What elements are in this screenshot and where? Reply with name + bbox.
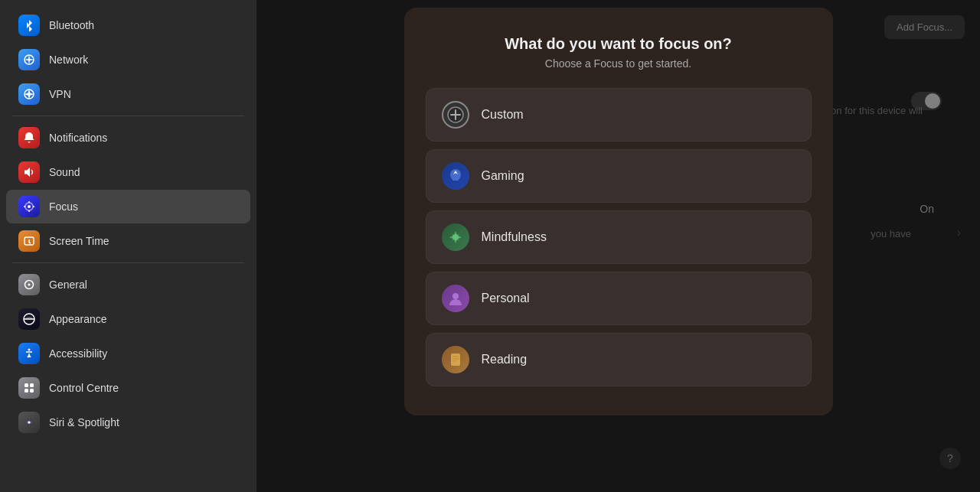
svg-rect-11 (30, 389, 34, 393)
sidebar-item-siri[interactable]: Siri & Spotlight (6, 406, 250, 439)
personal-icon (442, 285, 469, 312)
sidebar: Bluetooth Network VPN (0, 0, 256, 492)
controlcentre-icon (18, 377, 40, 399)
sidebar-label-notifications: Notifications (49, 132, 107, 144)
sidebar-item-controlcentre[interactable]: Control Centre (6, 371, 250, 405)
sidebar-label-accessibility: Accessibility (49, 347, 107, 360)
reading-icon (442, 346, 469, 373)
custom-label: Custom (482, 108, 524, 122)
svg-rect-9 (30, 383, 34, 387)
sidebar-label-controlcentre: Control Centre (49, 382, 119, 394)
gaming-icon (442, 162, 469, 190)
modal-title: What do you want to focus on? (426, 35, 812, 53)
general-icon (18, 274, 40, 295)
sidebar-item-vpn[interactable]: VPN (6, 77, 250, 111)
sidebar-item-focus[interactable]: Focus (6, 190, 250, 223)
sidebar-label-siri: Siri & Spotlight (49, 416, 119, 428)
focus-icon (18, 196, 40, 217)
sidebar-label-general: General (49, 279, 87, 291)
svg-rect-8 (24, 383, 28, 387)
accessibility-icon (18, 343, 40, 364)
appearance-icon (18, 308, 40, 330)
focus-option-custom[interactable]: Custom (426, 88, 812, 142)
svg-rect-21 (452, 360, 456, 362)
bluetooth-icon (18, 15, 40, 36)
focus-option-reading[interactable]: Reading (426, 333, 812, 386)
sidebar-label-bluetooth: Bluetooth (49, 19, 94, 31)
sidebar-item-sound[interactable]: Sound (6, 155, 250, 189)
svg-point-17 (452, 293, 459, 299)
svg-rect-20 (452, 358, 459, 360)
sidebar-divider-2 (12, 262, 244, 263)
sidebar-item-appearance[interactable]: Appearance (6, 302, 250, 336)
focus-option-personal[interactable]: Personal (426, 272, 812, 325)
gaming-label: Gaming (482, 169, 524, 183)
svg-point-7 (28, 349, 31, 351)
sidebar-item-accessibility[interactable]: Accessibility (6, 337, 250, 370)
sidebar-item-bluetooth[interactable]: Bluetooth (6, 8, 250, 42)
siri-icon (18, 412, 40, 433)
sidebar-item-notifications[interactable]: Notifications (6, 121, 250, 155)
svg-point-5 (28, 284, 31, 286)
svg-rect-18 (451, 354, 460, 366)
mindfulness-icon (442, 223, 469, 251)
sidebar-label-network: Network (49, 54, 88, 66)
modal-subtitle: Choose a Focus to get started. (426, 57, 812, 70)
modal-overlay: What do you want to focus on? Choose a F… (256, 0, 980, 492)
notifications-icon (18, 127, 40, 148)
sidebar-label-appearance: Appearance (49, 313, 107, 325)
network-icon (18, 49, 40, 70)
sidebar-label-screentime: Screen Time (49, 235, 109, 247)
svg-point-2 (28, 205, 31, 208)
sidebar-label-sound: Sound (49, 166, 80, 178)
svg-rect-10 (24, 389, 28, 393)
sidebar-item-network[interactable]: Network (6, 43, 250, 77)
custom-icon (442, 101, 469, 129)
focus-picker-modal: What do you want to focus on? Choose a F… (404, 8, 833, 415)
screentime-icon (18, 230, 40, 252)
sidebar-divider-1 (12, 116, 244, 116)
focus-option-mindfulness[interactable]: Mindfulness (426, 210, 812, 264)
focus-option-gaming[interactable]: Gaming (426, 149, 812, 203)
sidebar-label-focus: Focus (49, 200, 78, 213)
vpn-icon (18, 83, 40, 105)
personal-label: Personal (482, 292, 530, 305)
svg-rect-19 (452, 356, 459, 357)
sidebar-label-vpn: VPN (49, 88, 71, 100)
reading-label: Reading (482, 353, 528, 367)
sidebar-item-general[interactable]: General (6, 268, 250, 301)
svg-point-12 (28, 422, 31, 424)
sound-icon (18, 161, 40, 183)
sidebar-item-screentime[interactable]: Screen Time (6, 224, 250, 258)
mindfulness-label: Mindfulness (482, 230, 547, 244)
